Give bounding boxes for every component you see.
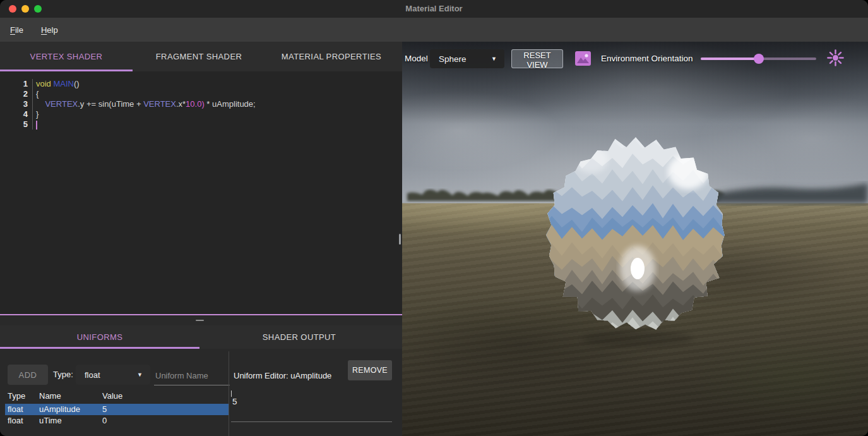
uniform-editor-title: Uniform Editor: uAmplitude xyxy=(234,371,331,380)
add-uniform-button[interactable]: ADD xyxy=(8,365,48,385)
shader-editor-panel: VERTEX SHADERFRAGMENT SHADERMATERIAL PRO… xyxy=(0,42,402,436)
type-select-value: float xyxy=(85,370,100,380)
code-line: 2{ xyxy=(0,89,402,99)
code-text: void MAIN() xyxy=(32,79,80,89)
remove-uniform-button[interactable]: REMOVE xyxy=(348,360,392,380)
model-label: Model xyxy=(405,49,428,69)
title-bar: Material Editor xyxy=(0,0,868,18)
vertical-divider xyxy=(229,351,229,436)
line-number: 2 xyxy=(0,89,32,99)
code-text: } xyxy=(32,109,39,119)
field-ground xyxy=(402,203,868,436)
code-text xyxy=(32,119,37,130)
environment-orientation-slider[interactable] xyxy=(701,49,816,69)
material-editor-window: Material Editor FileHelp VERTEX SHADERFR… xyxy=(0,0,868,436)
tab-uniforms[interactable]: UNIFORMS xyxy=(0,325,199,349)
code-line: 5 xyxy=(0,119,402,130)
vertical-splitter-handle[interactable] xyxy=(399,234,401,245)
slider-handle[interactable] xyxy=(754,54,764,64)
code-text: { xyxy=(32,89,39,99)
reset-view-button[interactable]: RESET VIEW xyxy=(511,49,563,68)
bottom-tab-bar: UNIFORMSSHADER OUTPUT xyxy=(0,325,402,349)
menu-item-help[interactable]: Help xyxy=(33,25,66,35)
shader-tab-bar: VERTEX SHADERFRAGMENT SHADERMATERIAL PRO… xyxy=(0,42,402,71)
chevron-down-icon: ▼ xyxy=(491,56,497,62)
uniforms-pane: ADD Type: float ▼ TypeNameValuefloatuAmp… xyxy=(0,349,402,436)
chevron-down-icon: ▼ xyxy=(137,372,143,378)
code-line: 3 VERTEX.y += sin(uTime + VERTEX.x*10.0)… xyxy=(0,99,402,109)
environment-orientation-label: Environment Orientation xyxy=(601,49,693,69)
uniform-name-input[interactable] xyxy=(154,366,230,385)
splitter-handle-icon xyxy=(196,320,204,321)
environment-image-icon[interactable] xyxy=(574,50,592,67)
table-row[interactable]: floatuTime0 xyxy=(5,415,229,427)
viewport-toolbar: Model Sphere ▼ RESET VIEW Environment Or… xyxy=(402,49,868,69)
editor-caret xyxy=(36,121,37,130)
menu-bar: FileHelp xyxy=(0,18,868,42)
model-select[interactable]: Sphere ▼ xyxy=(430,49,504,68)
tab-shader-output[interactable]: SHADER OUTPUT xyxy=(199,325,399,349)
type-label: Type: xyxy=(53,365,73,385)
window-title: Material Editor xyxy=(0,0,868,18)
line-number: 3 xyxy=(0,99,32,109)
uniform-table: TypeNameValuefloatuAmplitude5floatuTime0 xyxy=(0,391,229,427)
tab-vertex-shader[interactable]: VERTEX SHADER xyxy=(0,42,133,71)
rendered-sphere-scene xyxy=(402,42,868,436)
value-input-underline xyxy=(231,421,392,422)
line-number: 4 xyxy=(0,109,32,119)
uniform-type-select[interactable]: float ▼ xyxy=(76,365,150,385)
table-header: TypeNameValue xyxy=(0,391,229,402)
menu-item-file[interactable]: File xyxy=(3,25,31,35)
slider-fill xyxy=(701,58,759,60)
code-line: 4} xyxy=(0,109,402,119)
horizontal-splitter[interactable] xyxy=(0,315,402,325)
uniform-value-field[interactable]: 5 xyxy=(232,397,237,406)
text-caret xyxy=(231,391,232,397)
line-number: 5 xyxy=(0,119,32,130)
code-line: 1void MAIN() xyxy=(0,79,402,89)
code-text: VERTEX.y += sin(uTime + VERTEX.x*10.0) *… xyxy=(32,99,256,109)
viewport-3d[interactable]: Model Sphere ▼ RESET VIEW Environment Or… xyxy=(402,42,868,436)
table-row[interactable]: floatuAmplitude5 xyxy=(5,404,229,415)
line-number: 1 xyxy=(0,79,32,89)
tab-fragment-shader[interactable]: FRAGMENT SHADER xyxy=(133,42,265,71)
tab-material-properties[interactable]: MATERIAL PROPERTIES xyxy=(265,42,398,71)
sun-icon[interactable] xyxy=(827,49,844,66)
code-editor[interactable]: 1void MAIN()2{3 VERTEX.y += sin(uTime + … xyxy=(0,71,402,314)
model-select-value: Sphere xyxy=(439,54,467,64)
